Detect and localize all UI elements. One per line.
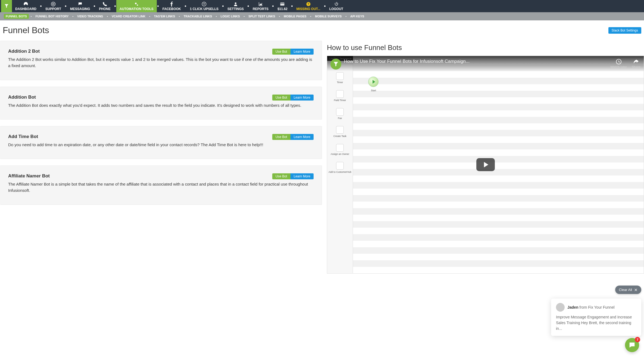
nav-label: LOGOUT [329, 7, 343, 11]
svg-point-5 [235, 2, 236, 4]
owner-icon [336, 144, 344, 152]
bot-title: Affiliate Namer Bot [8, 173, 50, 179]
fax-icon [336, 108, 344, 116]
nav-separator [291, 5, 293, 7]
logo[interactable] [1, 0, 12, 12]
subnav-video-tracking[interactable]: VIDEO TRACKING [75, 14, 105, 19]
nav-separator [114, 5, 116, 7]
arrow-up-icon [202, 2, 207, 7]
nav-separator [94, 5, 95, 7]
share-button[interactable]: Share [632, 59, 640, 69]
nav-phone[interactable]: PHONE [96, 0, 114, 12]
funnel-logo-icon [3, 3, 10, 9]
subnav-vcard[interactable]: VCARD CREATOR LINK [110, 14, 147, 19]
subnav-separator: • [72, 15, 74, 18]
watch-later-button[interactable]: Watch later [611, 59, 627, 69]
use-bot-button[interactable]: Use Bot [272, 95, 290, 101]
nav-facebook[interactable]: FACEBOOK [159, 0, 184, 12]
page-header: Funnel Bots Slack Bot Settings [0, 20, 644, 41]
nav-settings[interactable]: SETTINGS [224, 0, 247, 12]
nav-messaging[interactable]: MESSAGING [67, 0, 93, 12]
svg-text:?: ? [308, 2, 309, 5]
channel-logo-icon [330, 59, 341, 70]
nav-separator [65, 5, 66, 7]
bot-card: Addition 2 Bot Use Bot Learn More The Ad… [0, 41, 322, 80]
learn-more-button[interactable]: Learn More [290, 95, 314, 101]
subnav-logic[interactable]: LOGIC LINKS [219, 14, 242, 19]
nav-logout[interactable]: LOGOUT [326, 0, 346, 12]
nav-balance[interactable]: $11.62 [274, 0, 291, 12]
subnav-separator: • [30, 15, 32, 18]
use-bot-button[interactable]: Use Bot [272, 173, 290, 179]
nav-missing-out[interactable]: ? MISSING OUT... [293, 0, 324, 12]
nav-automation-tools[interactable]: AUTOMATION TOOLS [116, 0, 157, 12]
dashboard-icon [23, 2, 28, 7]
howto-title: How to use Funnel Bots [327, 41, 644, 52]
timer-icon [336, 72, 344, 80]
subnav-trackable[interactable]: TRACKABLE LINKS [182, 14, 214, 19]
use-bot-button[interactable]: Use Bot [272, 134, 290, 140]
lifebuoy-icon [51, 2, 56, 7]
start-label: Start [371, 89, 376, 92]
bot-buttons: Use Bot Learn More [272, 49, 314, 55]
bot-title: Addition Bot [8, 95, 36, 100]
gears-icon [134, 2, 139, 7]
nav-label: $11.62 [277, 7, 287, 11]
nav-separator [324, 5, 326, 7]
start-node-icon [368, 77, 379, 87]
nav-dashboard[interactable]: DASHBOARD [12, 0, 40, 12]
chart-icon [258, 2, 263, 7]
bot-buttons: Use Bot Learn More [272, 134, 314, 140]
subnav-funnel-bots[interactable]: FUNNEL BOTS [4, 14, 29, 19]
svg-point-2 [135, 2, 137, 4]
subnav-separator: • [179, 15, 180, 18]
use-bot-button[interactable]: Use Bot [272, 49, 290, 55]
video-actions: Watch later Share [611, 59, 640, 69]
nav-reports[interactable]: REPORTS [249, 0, 272, 12]
bot-buttons: Use Bot Learn More [272, 173, 314, 179]
nav-label: PHONE [99, 7, 111, 11]
main-content: Addition 2 Bot Use Bot Learn More The Ad… [0, 41, 644, 274]
play-button-icon[interactable] [476, 158, 495, 171]
subnav-mobile-pages[interactable]: MOBILE PAGES [282, 14, 308, 19]
subnav-mobile-surveys[interactable]: MOBILE SURVEYS [313, 14, 343, 19]
bots-list: Addition 2 Bot Use Bot Learn More The Ad… [0, 41, 322, 274]
nav-upsells[interactable]: 1 CLICK UPSELLS [187, 0, 222, 12]
learn-more-button[interactable]: Learn More [290, 49, 314, 55]
slack-bot-settings-button[interactable]: Slack Bot Settings [608, 27, 641, 34]
top-navigation: DASHBOARD SUPPORT MESSAGING PHONE AUTOMA… [0, 0, 644, 12]
bot-description: Do you need to add time to an expiration… [8, 142, 314, 148]
subnav-separator: • [107, 15, 108, 18]
field-timer-icon [336, 90, 344, 98]
subnav-separator: • [279, 15, 280, 18]
nav-separator [248, 5, 249, 7]
credit-card-icon [280, 2, 285, 7]
question-icon: ? [306, 2, 311, 7]
video-player[interactable]: Untitled Sequence Saved at 4:58 PM Edit … [327, 56, 644, 274]
nav-support[interactable]: SUPPORT [42, 0, 64, 12]
bot-buttons: Use Bot Learn More [272, 95, 314, 101]
video-topbar: How to Use Fix Your Funnel Bots for Infu… [327, 56, 644, 71]
page-title: Funnel Bots [3, 25, 49, 35]
subnav-api-keys[interactable]: API KEYS [348, 14, 366, 19]
nav-label: SETTINGS [227, 7, 244, 11]
nav-label: DASHBOARD [15, 7, 36, 11]
bot-description: The Addition 2 Bot works similar to Addi… [8, 56, 314, 69]
svg-rect-7 [280, 3, 285, 4]
power-icon [334, 2, 339, 7]
svg-point-3 [137, 4, 138, 6]
nav-separator [222, 5, 224, 7]
subnav-separator: • [345, 15, 347, 18]
subnav-tagem[interactable]: TAG'EM LINKS [152, 14, 177, 19]
subnav-split[interactable]: SPLIT TEST LINKS [246, 14, 277, 19]
bot-card: Addition Bot Use Bot Learn More The Addi… [0, 87, 322, 120]
learn-more-button[interactable]: Learn More [290, 134, 314, 140]
phone-icon [102, 2, 107, 7]
subnav-history[interactable]: FUNNEL BOT HISTORY [34, 14, 71, 19]
nav-label: FACEBOOK [162, 7, 181, 11]
nav-label: MESSAGING [70, 7, 90, 11]
svg-point-0 [51, 2, 55, 6]
learn-more-button[interactable]: Learn More [290, 173, 314, 179]
subnav-separator: • [215, 15, 217, 18]
nav-separator [157, 5, 159, 7]
